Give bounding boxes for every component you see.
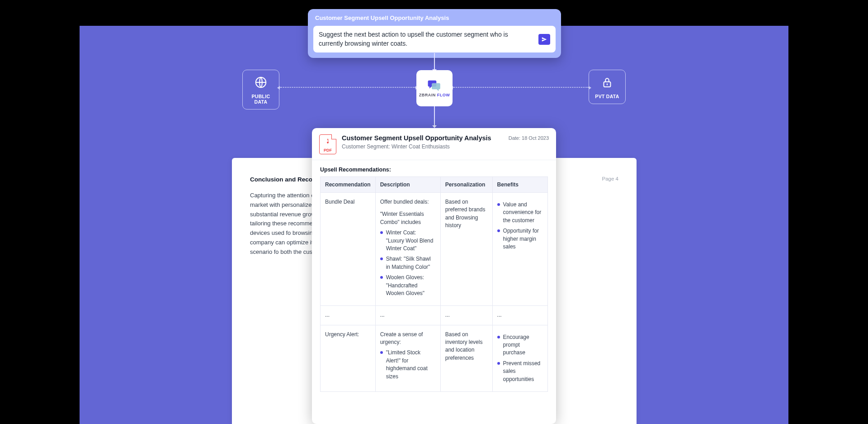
prompt-card: Customer Segment Upsell Opportunity Anal… [308,9,561,58]
prompt-card-title: Customer Segment Upsell Opportunity Anal… [313,14,556,21]
table-row: ............ [321,306,548,325]
globe-icon [254,76,268,89]
pdf-icon: PDF [319,134,336,154]
col-benefits: Benefits [492,177,547,193]
flow-connector-right [453,87,589,88]
report-date: Date: 18 Oct 2023 [509,135,549,141]
table-row: Urgency Alert:Create a sense of urgency:… [321,325,548,391]
col-personalization: Personalization [440,177,492,193]
zbrain-flow-node: ZBRAIN FLOW [416,70,453,106]
col-recommendation: Recommendation [321,177,376,193]
page-number: Page 4 [602,176,618,181]
zbrain-icon [427,79,442,91]
report-card: PDF Customer Segment Upsell Opportunity … [312,128,556,424]
send-button[interactable] [538,34,550,45]
public-data-label: PUBLIC DATA [245,94,277,105]
private-data-node: PVT DATA [589,70,626,104]
flow-arrow-down-2 [434,106,435,125]
zbrain-label: ZBRAIN FLOW [419,93,450,97]
flow-connector-left [280,87,415,88]
prompt-input[interactable]: Suggest the next best action to upsell t… [319,30,534,48]
send-icon [541,36,547,43]
col-description: Description [375,177,440,193]
public-data-node: PUBLIC DATA [242,70,279,110]
recommendations-table: Recommendation Description Personalizati… [320,176,548,392]
report-title: Customer Segment Upsell Opportunity Anal… [342,134,503,142]
private-data-label: PVT DATA [591,94,623,99]
table-row: Bundle DealOffer bundled deals:"Winter E… [321,193,548,306]
lock-icon [600,76,614,89]
flow-arrow-down-1 [434,53,435,69]
report-subtitle: Customer Segment: Winter Coat Enthusiast… [342,143,503,150]
report-section-heading: Upsell Recommendations: [312,160,556,176]
